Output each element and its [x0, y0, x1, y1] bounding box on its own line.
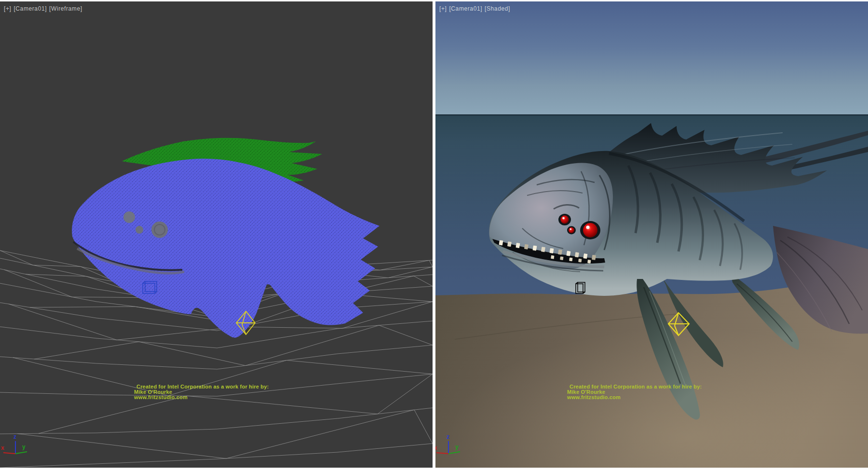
- fish-eye-middle: [569, 227, 574, 233]
- z-axis-label: z: [14, 433, 16, 440]
- fish-body-wireframe[interactable]: [72, 159, 380, 338]
- viewport-label: [+] [Camera01] [Wireframe]: [4, 5, 83, 12]
- viewport-label: [+] [Camera01] [Shaded]: [439, 5, 511, 12]
- viewport-camera01-shaded[interactable]: z x y [+] [Camera01] [Shaded] Created fo…: [435, 1, 868, 468]
- watermark-line3: www.fritzstudio.com: [567, 395, 702, 400]
- x-axis-label: x: [1, 444, 4, 451]
- viewport-shading-menu[interactable]: [Shaded]: [485, 5, 510, 12]
- watermark-credit: Created for Intel Corporation as a work …: [134, 384, 269, 400]
- fish-eye-front: [561, 216, 569, 224]
- watermark-line3: www.fritzstudio.com: [134, 395, 269, 400]
- watermark-credit: Created for Intel Corporation as a work …: [567, 384, 702, 400]
- fish-eye-wireframe[interactable]: [123, 211, 135, 223]
- viewport-camera01-wireframe[interactable]: z x y [+] [Camera01] [Wireframe] Created…: [0, 1, 433, 468]
- viewport-pov-menu[interactable]: [Camera01]: [14, 5, 47, 12]
- fish-eye-main: [583, 223, 597, 237]
- y-axis-label: y: [455, 444, 459, 450]
- y-axis-line: [15, 452, 27, 454]
- viewport-pov-menu[interactable]: [Camera01]: [449, 5, 482, 12]
- viewport-general-menu[interactable]: [+]: [4, 5, 11, 12]
- x-axis-line: [3, 453, 15, 454]
- viewport-frame: z x y [+] [Camera01] [Wireframe] Created…: [0, 0, 868, 472]
- y-axis-label: y: [22, 444, 26, 450]
- fish-eye-wireframe[interactable]: [136, 226, 143, 234]
- viewport-general-menu[interactable]: [+]: [439, 5, 447, 12]
- z-axis-label: z: [447, 433, 449, 440]
- viewport-shading-menu[interactable]: [Wireframe]: [49, 5, 82, 12]
- sky-background: [435, 1, 868, 114]
- x-axis-label: x: [435, 444, 437, 451]
- world-axis-gizmo: z x y: [1, 433, 27, 454]
- horizon-line: [435, 114, 868, 116]
